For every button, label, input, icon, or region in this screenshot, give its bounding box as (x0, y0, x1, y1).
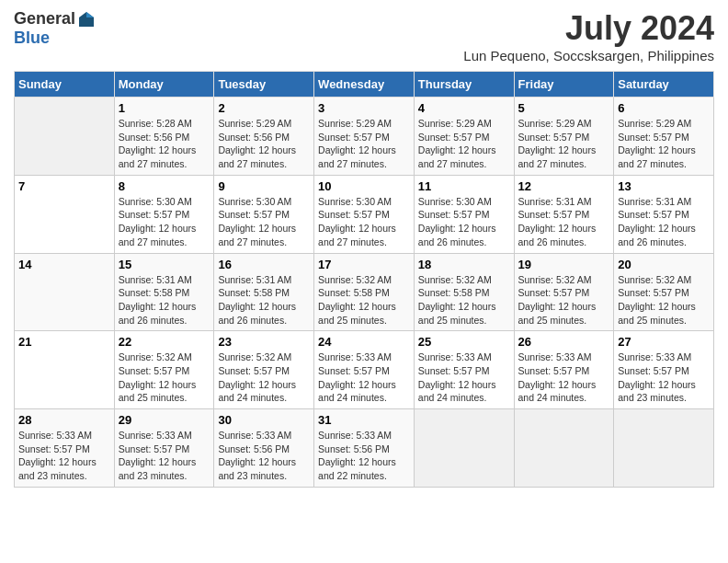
day-info: Sunrise: 5:33 AM Sunset: 5:56 PM Dayligh… (318, 429, 410, 483)
calendar-cell: 25Sunrise: 5:33 AM Sunset: 5:57 PM Dayli… (414, 331, 514, 409)
day-of-week-header: Tuesday (214, 72, 314, 98)
calendar-cell: 31Sunrise: 5:33 AM Sunset: 5:56 PM Dayli… (314, 409, 415, 488)
calendar-cell: 22Sunrise: 5:32 AM Sunset: 5:57 PM Dayli… (114, 331, 214, 409)
calendar-cell: 8Sunrise: 5:30 AM Sunset: 5:57 PM Daylig… (114, 175, 214, 253)
day-number: 19 (518, 258, 610, 271)
day-info: Sunrise: 5:32 AM Sunset: 5:58 PM Dayligh… (318, 273, 410, 327)
day-info: Sunrise: 5:29 AM Sunset: 5:57 PM Dayligh… (318, 117, 410, 171)
day-info: Sunrise: 5:31 AM Sunset: 5:58 PM Dayligh… (119, 273, 210, 327)
day-number: 26 (518, 335, 610, 349)
day-info: Sunrise: 5:31 AM Sunset: 5:57 PM Dayligh… (518, 195, 610, 249)
calendar-cell: 20Sunrise: 5:32 AM Sunset: 5:57 PM Dayli… (614, 253, 714, 331)
calendar-cell: 11Sunrise: 5:30 AM Sunset: 5:57 PM Dayli… (414, 175, 514, 253)
month-year-title: July 2024 (463, 9, 714, 48)
calendar-cell: 21 (15, 331, 115, 409)
logo: General Blue (14, 9, 96, 48)
logo-blue-text: Blue (14, 29, 50, 48)
day-number: 3 (318, 101, 410, 115)
day-info: Sunrise: 5:29 AM Sunset: 5:57 PM Dayligh… (518, 117, 610, 171)
day-number: 30 (218, 413, 310, 427)
day-of-week-header: Wednesday (314, 72, 415, 98)
calendar-week-row: 78Sunrise: 5:30 AM Sunset: 5:57 PM Dayli… (15, 175, 714, 253)
day-number: 14 (18, 258, 110, 271)
calendar-cell: 4Sunrise: 5:29 AM Sunset: 5:57 PM Daylig… (414, 98, 514, 176)
day-number: 22 (119, 335, 210, 349)
day-number: 15 (119, 258, 210, 271)
day-number: 20 (618, 258, 710, 271)
day-number: 29 (119, 413, 210, 427)
day-info: Sunrise: 5:29 AM Sunset: 5:56 PM Dayligh… (218, 117, 310, 171)
calendar-cell: 10Sunrise: 5:30 AM Sunset: 5:57 PM Dayli… (314, 175, 415, 253)
logo-general-text: General (14, 9, 75, 29)
logo-icon (77, 10, 96, 29)
day-number: 12 (518, 179, 610, 193)
calendar-week-row: 1Sunrise: 5:28 AM Sunset: 5:56 PM Daylig… (15, 98, 714, 176)
day-number: 5 (518, 101, 610, 115)
day-of-week-header: Thursday (414, 72, 514, 98)
day-of-week-header: Monday (114, 72, 214, 98)
day-number: 16 (218, 258, 310, 271)
calendar-cell: 18Sunrise: 5:32 AM Sunset: 5:58 PM Dayli… (414, 253, 514, 331)
header: General Blue July 2024 Lun Pequeno, Socc… (14, 9, 714, 63)
day-info: Sunrise: 5:31 AM Sunset: 5:57 PM Dayligh… (618, 195, 710, 249)
day-number: 31 (318, 413, 410, 427)
day-info: Sunrise: 5:32 AM Sunset: 5:58 PM Dayligh… (418, 273, 510, 327)
day-number: 21 (18, 335, 110, 349)
day-of-week-header: Sunday (15, 72, 115, 98)
day-number: 8 (119, 179, 210, 193)
day-info: Sunrise: 5:28 AM Sunset: 5:56 PM Dayligh… (119, 117, 210, 171)
day-number: 18 (418, 258, 510, 271)
day-number: 13 (618, 179, 710, 193)
day-number: 27 (618, 335, 710, 349)
day-number: 25 (418, 335, 510, 349)
calendar-cell (614, 409, 714, 488)
calendar-cell: 13Sunrise: 5:31 AM Sunset: 5:57 PM Dayli… (614, 175, 714, 253)
calendar-cell: 27Sunrise: 5:33 AM Sunset: 5:57 PM Dayli… (614, 331, 714, 409)
day-info: Sunrise: 5:32 AM Sunset: 5:57 PM Dayligh… (618, 273, 710, 327)
day-info: Sunrise: 5:30 AM Sunset: 5:57 PM Dayligh… (218, 195, 310, 249)
day-info: Sunrise: 5:32 AM Sunset: 5:57 PM Dayligh… (119, 350, 210, 405)
calendar-cell (514, 409, 614, 488)
day-number: 10 (318, 179, 410, 193)
day-number: 6 (618, 101, 710, 115)
calendar-cell: 7 (15, 175, 115, 253)
calendar-cell: 5Sunrise: 5:29 AM Sunset: 5:57 PM Daylig… (514, 98, 614, 176)
day-info: Sunrise: 5:33 AM Sunset: 5:57 PM Dayligh… (518, 350, 610, 405)
day-of-week-header: Saturday (614, 72, 714, 98)
calendar-cell: 15Sunrise: 5:31 AM Sunset: 5:58 PM Dayli… (114, 253, 214, 331)
day-info: Sunrise: 5:33 AM Sunset: 5:56 PM Dayligh… (218, 429, 310, 483)
day-number: 9 (218, 179, 310, 193)
title-section: July 2024 Lun Pequeno, Soccsksargen, Phi… (463, 9, 714, 63)
calendar-cell (15, 98, 115, 176)
calendar-cell: 12Sunrise: 5:31 AM Sunset: 5:57 PM Dayli… (514, 175, 614, 253)
calendar-cell: 9Sunrise: 5:30 AM Sunset: 5:57 PM Daylig… (214, 175, 314, 253)
day-number: 28 (18, 413, 110, 427)
calendar-cell: 2Sunrise: 5:29 AM Sunset: 5:56 PM Daylig… (214, 98, 314, 176)
svg-marker-1 (86, 12, 94, 17)
calendar-cell: 26Sunrise: 5:33 AM Sunset: 5:57 PM Dayli… (514, 331, 614, 409)
calendar-cell: 6Sunrise: 5:29 AM Sunset: 5:57 PM Daylig… (614, 98, 714, 176)
calendar-week-row: 1415Sunrise: 5:31 AM Sunset: 5:58 PM Day… (15, 253, 714, 331)
day-info: Sunrise: 5:29 AM Sunset: 5:57 PM Dayligh… (418, 117, 510, 171)
day-number: 1 (119, 101, 210, 115)
day-info: Sunrise: 5:33 AM Sunset: 5:57 PM Dayligh… (119, 429, 210, 483)
calendar-table: SundayMondayTuesdayWednesdayThursdayFrid… (14, 71, 714, 488)
day-number: 17 (318, 258, 410, 271)
calendar-cell: 30Sunrise: 5:33 AM Sunset: 5:56 PM Dayli… (214, 409, 314, 488)
day-info: Sunrise: 5:32 AM Sunset: 5:57 PM Dayligh… (218, 350, 310, 405)
calendar-cell: 3Sunrise: 5:29 AM Sunset: 5:57 PM Daylig… (314, 98, 415, 176)
calendar-week-row: 2122Sunrise: 5:32 AM Sunset: 5:57 PM Day… (15, 331, 714, 409)
day-info: Sunrise: 5:33 AM Sunset: 5:57 PM Dayligh… (318, 350, 410, 405)
calendar-cell: 17Sunrise: 5:32 AM Sunset: 5:58 PM Dayli… (314, 253, 415, 331)
calendar-cell: 1Sunrise: 5:28 AM Sunset: 5:56 PM Daylig… (114, 98, 214, 176)
day-info: Sunrise: 5:30 AM Sunset: 5:57 PM Dayligh… (318, 195, 410, 249)
day-number: 23 (218, 335, 310, 349)
day-number: 2 (218, 101, 310, 115)
calendar-cell: 28Sunrise: 5:33 AM Sunset: 5:57 PM Dayli… (15, 409, 115, 488)
day-info: Sunrise: 5:33 AM Sunset: 5:57 PM Dayligh… (618, 350, 710, 405)
calendar-cell: 19Sunrise: 5:32 AM Sunset: 5:57 PM Dayli… (514, 253, 614, 331)
location-subtitle: Lun Pequeno, Soccsksargen, Philippines (463, 48, 714, 63)
day-info: Sunrise: 5:30 AM Sunset: 5:57 PM Dayligh… (119, 195, 210, 249)
calendar-cell: 14 (15, 253, 115, 331)
calendar-cell: 24Sunrise: 5:33 AM Sunset: 5:57 PM Dayli… (314, 331, 415, 409)
